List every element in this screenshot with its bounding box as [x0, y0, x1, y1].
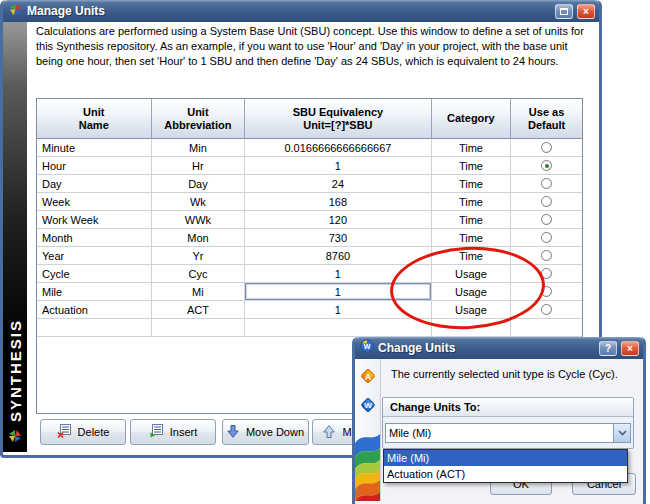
cell-category[interactable]: Time — [432, 193, 512, 211]
dropdown-option-actuation[interactable]: Actuation (ACT) — [384, 466, 627, 482]
cell-sbu-equivalency[interactable]: 24 — [245, 175, 431, 193]
cell-unit-name[interactable]: Day — [37, 175, 152, 193]
units-dropdown-list: Mile (Mi) Actuation (ACT) — [383, 449, 628, 483]
delete-row-icon — [57, 424, 71, 440]
cell-category[interactable]: Time — [432, 229, 512, 247]
use-default-radio[interactable] — [541, 178, 552, 189]
use-default-radio[interactable] — [541, 304, 552, 315]
cell-category[interactable]: Time — [432, 211, 512, 229]
cell-unit-name[interactable]: Minute — [37, 139, 152, 157]
dialog-sidebar: A W — [355, 359, 381, 501]
move-down-button-label: Move Down — [246, 426, 304, 438]
svg-text:W: W — [364, 401, 372, 410]
column-header-sbu-equivalency: SBU Equivalency Unit=[?]*SBU — [245, 99, 431, 139]
cell-unit-abbreviation[interactable]: Mi — [152, 283, 246, 301]
weibull-app-icon: W — [359, 396, 377, 418]
alta-app-icon: A — [359, 367, 377, 389]
cell-unit-abbreviation[interactable]: Cyc — [152, 265, 246, 283]
rainbow-wave-graphic — [355, 425, 381, 501]
move-down-button[interactable]: Move Down — [222, 419, 309, 445]
synthesis-pinwheel-icon — [8, 2, 23, 21]
units-combobox[interactable]: Mile (Mi) — [385, 423, 631, 443]
cell-unit-abbreviation[interactable]: Min — [152, 139, 246, 157]
cell-unit-abbreviation[interactable]: ACT — [152, 301, 246, 319]
cell-unit-name[interactable]: Year — [37, 247, 152, 265]
close-icon: × — [627, 343, 633, 354]
column-header-unit-name: Unit Name — [37, 99, 152, 139]
intro-text: Calculations are performed using a Syste… — [36, 24, 584, 69]
synthesis-brand-text: SYNTHESIS — [7, 319, 24, 422]
dialog-close-button[interactable]: × — [621, 341, 639, 356]
dialog-title: Change Units — [378, 341, 595, 355]
synthesis-logo-icon — [7, 428, 23, 448]
close-button[interactable]: × — [577, 4, 595, 19]
arrow-down-icon — [227, 425, 239, 440]
help-button[interactable]: ? — [599, 341, 617, 356]
table-row-hour: Hour Hr 1 Time — [37, 157, 582, 175]
cell-unit-name[interactable]: Week — [37, 193, 152, 211]
weibull-circle-icon: W — [360, 339, 374, 357]
insert-button-label: Insert — [170, 426, 198, 438]
cell-unit-name[interactable]: Actuation — [37, 301, 152, 319]
restore-button[interactable] — [555, 4, 573, 19]
cell-category[interactable]: Time — [432, 175, 512, 193]
use-default-radio[interactable] — [541, 232, 552, 243]
close-icon: × — [583, 6, 589, 17]
cell-unit-abbreviation[interactable]: Mon — [152, 229, 246, 247]
table-row-work-week: Work Week WWk 120 Time — [37, 211, 582, 229]
cell-unit-abbreviation[interactable]: Hr — [152, 157, 246, 175]
groupbox-label: Change Units To: — [383, 398, 633, 417]
window-title: Manage Units — [27, 4, 551, 18]
svg-text:A: A — [364, 372, 371, 382]
cell-unit-abbreviation[interactable]: Wk — [152, 193, 246, 211]
cell-unit-abbreviation[interactable]: Yr — [152, 247, 246, 265]
change-units-groupbox: Change Units To: Mile (Mi) — [382, 397, 634, 449]
cell-unit-abbreviation[interactable]: Day — [152, 175, 246, 193]
change-units-titlebar: W Change Units ? × — [355, 337, 643, 359]
table-row-minute: Minute Min 0.0166666666666667 Time — [37, 139, 582, 157]
dialog-message: The currently selected unit type is Cycl… — [391, 368, 636, 380]
manage-units-titlebar: Manage Units × — [3, 0, 599, 22]
cell-unit-abbreviation[interactable]: WWk — [152, 211, 246, 229]
cell-sbu-equivalency[interactable]: 168 — [245, 193, 431, 211]
cell-sbu-equivalency[interactable]: 8760 — [245, 247, 431, 265]
cell-category[interactable]: Time — [432, 139, 512, 157]
synthesis-sidebar: SYNTHESIS — [3, 22, 27, 452]
cell-unit-name[interactable]: Month — [37, 229, 152, 247]
table-row-day: Day Day 24 Time — [37, 175, 582, 193]
use-default-radio[interactable] — [541, 214, 552, 225]
column-header-use-as-default: Use as Default — [511, 99, 582, 139]
use-default-radio[interactable] — [541, 196, 552, 207]
cell-unit-name[interactable]: Cycle — [37, 265, 152, 283]
table-row-week: Week Wk 168 Time — [37, 193, 582, 211]
column-header-unit-abbreviation: Unit Abbreviation — [152, 99, 246, 139]
cell-unit-name[interactable]: Work Week — [37, 211, 152, 229]
column-header-category: Category — [432, 99, 512, 139]
cell-unit-name[interactable]: Hour — [37, 157, 152, 175]
use-default-radio[interactable] — [541, 250, 552, 261]
combobox-dropdown-button[interactable] — [613, 424, 630, 442]
restore-icon — [560, 8, 568, 15]
chevron-down-icon — [618, 430, 627, 436]
svg-text:W: W — [364, 343, 371, 350]
insert-button[interactable]: Insert — [130, 419, 216, 445]
cell-sbu-equivalency[interactable]: 730 — [245, 229, 431, 247]
cell-sbu-equivalency[interactable]: 120 — [245, 211, 431, 229]
table-row-month: Month Mon 730 Time — [37, 229, 582, 247]
insert-row-icon — [149, 424, 163, 440]
help-icon: ? — [605, 343, 611, 354]
cell-unit-name[interactable]: Mile — [37, 283, 152, 301]
cell-category[interactable]: Time — [432, 157, 512, 175]
dropdown-option-mile[interactable]: Mile (Mi) — [384, 450, 627, 466]
units-table-header: Unit Name Unit Abbreviation SBU Equivale… — [37, 99, 582, 139]
screenshot-canvas: Manage Units × SYNTHESIS Calculations ar… — [0, 0, 650, 504]
use-default-radio[interactable] — [541, 160, 552, 171]
delete-button-label: Delete — [78, 426, 110, 438]
cell-sbu-equivalency[interactable]: 1 — [245, 157, 431, 175]
use-default-radio[interactable] — [541, 142, 552, 153]
cell-sbu-equivalency[interactable]: 0.0166666666666667 — [245, 139, 431, 157]
delete-button[interactable]: Delete — [40, 419, 126, 445]
combobox-value: Mile (Mi) — [386, 424, 613, 442]
arrow-up-icon — [323, 425, 335, 440]
change-units-dialog: W Change Units ? × A — [352, 337, 646, 504]
